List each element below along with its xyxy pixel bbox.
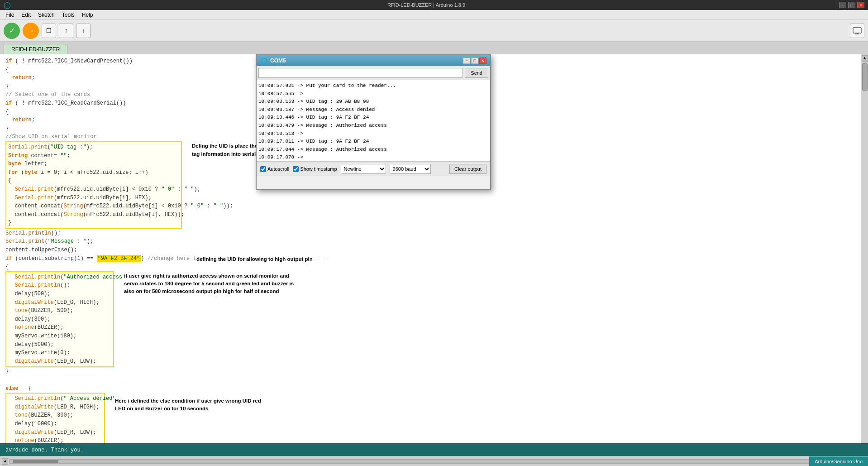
title-bar-title: RFID-LED-BUZZER | Arduino 1.8.9 [14, 2, 839, 8]
code-line: Serial.print(mfrc522.uid.uidByte[i], HEX… [8, 194, 179, 202]
sm-output-line: 10:08:57.921 -> Put your card to the rea… [258, 82, 488, 90]
info-bar: Arduino/Genuino Uno [809, 456, 868, 466]
code-line: noTone(BUZZER); [8, 437, 102, 443]
status-bar: avrdude done. Thank you. [0, 443, 868, 456]
scroll-thumb-v[interactable] [862, 63, 868, 91]
sm-output-area[interactable]: 10:08:57.921 -> Put your card to the rea… [257, 80, 490, 162]
sm-autoscroll-checkbox[interactable] [260, 166, 266, 172]
sm-input-row: Send [257, 66, 490, 80]
code-line: delay(500); [8, 290, 111, 298]
sm-close-button[interactable]: × [479, 58, 486, 64]
code-line: byte letter; [8, 160, 179, 168]
code-line: digitalWrite(LED_R, LOW); [8, 428, 102, 437]
scroll-up-arrow[interactable]: ▲ [862, 55, 868, 62]
output-annotation: defining the UID for allowing to high ou… [196, 256, 313, 262]
code-line: Serial.println(); [5, 229, 855, 238]
title-bar: ◯ RFID-LED-BUZZER | Arduino 1.8.9 − □ × [0, 0, 868, 10]
code-line: for (byte i = 0; i < mfrc522.uid.size; i… [8, 168, 179, 177]
code-line: content.concat(String(mfrc522.uid.uidByt… [8, 211, 179, 219]
code-line: delay(5000); [8, 341, 111, 349]
minimize-button[interactable]: − [839, 2, 846, 8]
code-line: { [5, 263, 855, 271]
code-line: delay(300); [8, 315, 111, 324]
code-line: String content= ""; [8, 152, 179, 160]
code-line: noTone(BUZZER); [8, 323, 111, 332]
scroll-track-h[interactable] [9, 459, 859, 464]
status-message: avrdude done. Thank you. [5, 447, 84, 453]
code-line: Serial.println("Authorized access"); [8, 273, 111, 282]
menu-file[interactable]: File [2, 11, 18, 19]
code-line: tone(BUZZER, 500); [8, 307, 111, 315]
code-line: digitalWrite(LED_G, LOW); [8, 357, 111, 366]
sm-title-controls: − □ × [463, 58, 486, 64]
bottom-scrollbar: ◀ ▶ Arduino/Genuino Uno [0, 456, 868, 466]
serial-monitor-titlebar: ◯ COM5 − □ × [257, 55, 490, 66]
sm-newline-select[interactable]: No line endingNewlineCarriage returnBoth… [341, 164, 386, 174]
sm-output-line: 10:09:17.044 -> Message : Authorized acc… [258, 146, 488, 154]
scroll-left-arrow[interactable]: ◀ [2, 458, 8, 465]
code-line: Serial.print("Message : "); [5, 237, 855, 246]
toolbar: ✓ → ❐ ↑ ↓ [0, 20, 868, 42]
code-line: Serial.print(mfrc522.uid.uidByte[i] < 0x… [8, 185, 179, 194]
code-line: } [5, 367, 855, 376]
upload-button[interactable]: → [23, 23, 39, 39]
sm-clear-output-button[interactable]: Clear output [449, 164, 486, 174]
sm-output-line: 10:09:17.011 -> UID tag : 9A F2 BF 24 [258, 138, 488, 146]
tab-bar: RFID-LED-BUZZER [0, 42, 868, 54]
sm-baud-select[interactable]: 300 baud1200 baud2400 baud4800 baud9600 … [390, 164, 431, 174]
menu-bar: File Edit Sketch Tools Help [0, 10, 868, 20]
code-line: Serial.println(" Access denied"); [8, 394, 102, 403]
code-line: Serial.println(); [8, 281, 111, 290]
sm-output-line: 10:09:10.513 -> [258, 130, 488, 138]
menu-edit[interactable]: Edit [18, 11, 34, 19]
serial-monitor-button[interactable] [850, 24, 864, 38]
code-line: myServo.write(180); [8, 332, 111, 341]
code-line: else { [5, 384, 855, 393]
code-line: digitalWrite(LED_G, HIGH); [8, 298, 111, 307]
sm-output-line: 10:09:10.446 -> UID tag : 9A F2 BF 24 [258, 114, 488, 122]
sm-bottom-bar: Autoscroll Show timestamp No line ending… [257, 162, 490, 176]
sm-input-field[interactable] [258, 68, 463, 78]
sm-output-line: 10:09:00.153 -> UID tag : 29 AB B8 98 [258, 98, 488, 106]
code-line: { [8, 177, 179, 185]
code-line: delay(10000); [8, 420, 102, 428]
app-icon: ◯ [4, 1, 11, 9]
authorized-annotation: if user give right is authorized access … [124, 273, 294, 294]
close-button[interactable]: × [857, 2, 864, 8]
right-scrollbar[interactable]: ▲ [861, 54, 868, 443]
verify-button[interactable]: ✓ [4, 23, 20, 39]
code-line: } [8, 219, 179, 227]
title-bar-controls: − □ × [839, 2, 864, 8]
main-area: if ( ! mfrc522.PICC_IsNewCardPresent()) … [0, 54, 868, 443]
menu-help[interactable]: Help [78, 11, 97, 19]
sm-output-line: 10:09:00.187 -> Message : Access denied [258, 106, 488, 114]
sm-timestamp-checkbox[interactable] [293, 166, 299, 172]
denied-annotation: Here i defined the else condition if use… [115, 398, 261, 411]
scroll-thumb-h[interactable] [13, 460, 58, 463]
sm-minimize-button[interactable]: − [463, 58, 470, 64]
svg-rect-0 [853, 28, 861, 33]
code-line: Serial.print("UID tag :"); [8, 143, 179, 152]
serial-monitor-window: ◯ COM5 − □ × Send 10:08:57.921 -> Put yo… [256, 54, 491, 190]
sm-send-button[interactable]: Send [465, 68, 488, 78]
code-line: tone(BUZZER, 300); [8, 411, 102, 420]
serial-monitor-title: COM5 [270, 58, 286, 64]
code-line: content.toUpperCase(); [5, 246, 855, 255]
save-button[interactable]: ↓ [76, 24, 91, 38]
code-line: myServo.write(0); [8, 349, 111, 357]
sm-output-line: 10:08:57.555 -> [258, 90, 488, 98]
menu-tools[interactable]: Tools [58, 11, 78, 19]
maximize-button[interactable]: □ [848, 2, 855, 8]
sm-autoscroll-label[interactable]: Autoscroll [260, 166, 289, 172]
new-button[interactable]: ❐ [42, 24, 56, 38]
open-button[interactable]: ↑ [59, 24, 73, 38]
code-line: content.concat(String(mfrc522.uid.uidByt… [8, 202, 179, 211]
code-line: digitalWrite(LED_R, HIGH); [8, 403, 102, 412]
sm-timestamp-label[interactable]: Show timestamp [293, 166, 337, 172]
sm-output-line: 10:09:10.479 -> Message : Authorized acc… [258, 122, 488, 130]
code-line [5, 376, 855, 384]
sm-output-line: 10:09:17.078 -> [258, 154, 488, 162]
menu-sketch[interactable]: Sketch [34, 11, 58, 19]
sm-maximize-button[interactable]: □ [471, 58, 478, 64]
tab-rfid-led-buzzer[interactable]: RFID-LED-BUZZER [4, 44, 67, 54]
